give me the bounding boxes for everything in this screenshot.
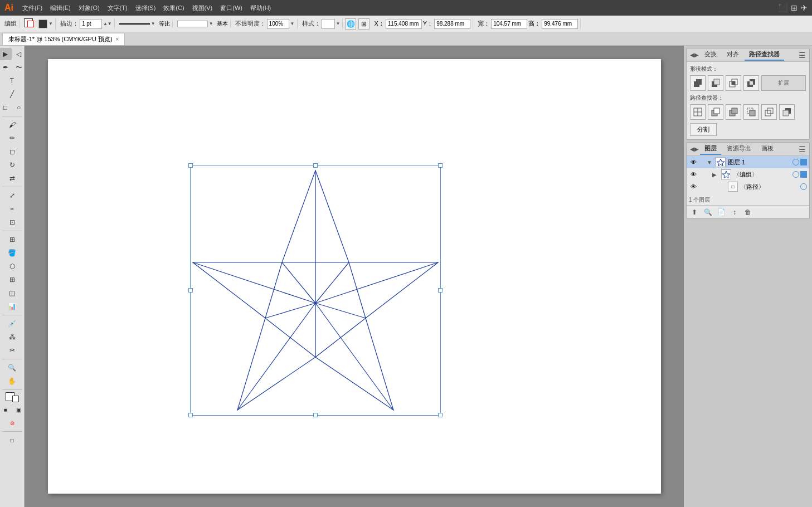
tab-close-button[interactable]: × <box>116 36 119 42</box>
document-tab[interactable]: 未标题-1* @ 153% (CMYK/GPU 预览) × <box>2 33 125 45</box>
dash-arrow[interactable]: ▼ <box>209 21 213 26</box>
pf-btn-outline[interactable] <box>761 104 777 120</box>
menu-select[interactable]: 选择(S) <box>132 3 159 13</box>
expand-button[interactable]: 扩展 <box>761 75 806 91</box>
canvas-area[interactable] <box>25 46 684 507</box>
eyedropper-tool[interactable]: 💉 <box>6 318 18 330</box>
menu-edit[interactable]: 编辑(E) <box>47 3 74 13</box>
layer-vis-2[interactable]: 👁 <box>689 182 698 191</box>
stroke-arrow[interactable]: ▲▼ <box>103 21 112 26</box>
live-paint-tool[interactable]: 🪣 <box>6 247 18 259</box>
menu-file[interactable]: 文件(F) <box>19 3 46 13</box>
divide-button[interactable]: 分割 <box>690 123 717 136</box>
layer-vis-1[interactable]: 👁 <box>689 170 698 179</box>
menu-view[interactable]: 视图(V) <box>189 3 216 13</box>
eraser-tool[interactable]: ◻ <box>6 145 18 158</box>
tab-layers[interactable]: 图层 <box>700 143 721 155</box>
pathfinder-panel-menu[interactable]: ☰ <box>799 51 806 60</box>
pf-btn-merge[interactable] <box>726 104 741 120</box>
shape-btn-exclude[interactable] <box>743 75 759 91</box>
menu-icon-3[interactable]: ✈ <box>801 3 808 12</box>
none-mode-btn[interactable]: ⊘ <box>6 417 18 429</box>
layers-move-btn[interactable]: ↕ <box>729 207 740 218</box>
pen-tool[interactable]: ✒ <box>0 61 12 74</box>
shape-builder-tool[interactable]: ⊞ <box>6 233 18 246</box>
tab-artboards[interactable]: 画板 <box>757 143 778 155</box>
rect-tool[interactable]: □ <box>0 101 12 114</box>
layer-expand-1[interactable]: ▶ <box>712 172 719 178</box>
warp-tool[interactable]: ≈ <box>6 203 18 215</box>
fill-swatch[interactable] <box>38 20 47 28</box>
layers-search-btn[interactable]: 🔍 <box>702 207 713 218</box>
pf-btn-minus-back[interactable] <box>779 104 795 120</box>
stroke-indicator[interactable] <box>12 396 19 402</box>
h-input[interactable] <box>542 19 578 29</box>
line-tool[interactable]: ╱ <box>6 88 18 100</box>
layers-panel-menu[interactable]: ☰ <box>799 145 806 154</box>
blend-tool[interactable]: ⁂ <box>6 331 18 343</box>
pf-btn-trim[interactable] <box>708 104 723 120</box>
menu-object[interactable]: 对象(O) <box>75 3 103 13</box>
selection-tool[interactable]: ▶ <box>0 48 12 60</box>
ellipse-tool[interactable]: ○ <box>13 101 25 114</box>
paintbrush-tool[interactable]: 🖌 <box>6 119 18 131</box>
y-input[interactable] <box>434 19 470 29</box>
hand-tool[interactable]: ✋ <box>6 375 18 387</box>
menu-icon-1[interactable]: ⬛ <box>778 3 787 12</box>
screen-mode-btn[interactable]: □ <box>6 434 18 446</box>
free-transform-tool[interactable]: ⊡ <box>6 216 18 228</box>
fill-stroke-indicator[interactable] <box>24 18 37 30</box>
world-icon[interactable]: 🌐 <box>345 18 356 30</box>
curvature-tool[interactable]: 〜 <box>13 61 25 74</box>
mesh-tool[interactable]: ⊞ <box>6 274 18 286</box>
tab-align[interactable]: 对齐 <box>722 49 743 61</box>
menu-icon-2[interactable]: ⊞ <box>791 3 798 12</box>
layers-delete-btn[interactable]: 🗑 <box>742 207 753 218</box>
layers-export-btn[interactable]: ⬆ <box>689 207 700 218</box>
perspective-tool[interactable]: ⬡ <box>6 260 18 272</box>
pathfinder-panel-collapse[interactable]: ◀▶ <box>690 52 699 58</box>
stroke-width-input[interactable] <box>80 19 102 29</box>
menu-help[interactable]: 帮助(H) <box>247 3 274 13</box>
slice-tool[interactable]: ✂ <box>6 344 18 357</box>
menu-effects[interactable]: 效果(C) <box>160 3 187 13</box>
tab-transform[interactable]: 变换 <box>700 49 721 61</box>
grid-icon[interactable]: ⊞ <box>358 18 369 30</box>
zoom-tool[interactable]: 🔍 <box>6 362 18 374</box>
scale-tool[interactable]: ⤢ <box>6 189 18 202</box>
pencil-tool[interactable]: ✏ <box>6 132 18 144</box>
tab-pathfinder[interactable]: 路径查找器 <box>745 49 784 61</box>
style-arrow[interactable]: ▼ <box>336 21 341 26</box>
pf-btn-divide[interactable] <box>690 104 706 120</box>
shape-btn-minus-front[interactable] <box>708 75 723 91</box>
menu-window[interactable]: 窗口(W) <box>217 3 246 13</box>
gradient-mode-btn[interactable]: ▣ <box>13 403 25 416</box>
gradient-tool[interactable]: ◫ <box>6 287 18 299</box>
layer-row-2[interactable]: 👁 □ 〈路径〉 <box>687 181 809 193</box>
color-mode-btn[interactable]: ■ <box>0 403 12 416</box>
opacity-input[interactable] <box>267 19 289 29</box>
shape-btn-intersect[interactable] <box>726 75 741 91</box>
layers-panel-collapse[interactable]: ◀▶ <box>690 146 699 152</box>
rotate-tool[interactable]: ↻ <box>6 159 18 171</box>
direct-select-tool[interactable]: ◁ <box>13 48 25 60</box>
chart-tool[interactable]: 📊 <box>6 300 18 313</box>
layer-row-0[interactable]: 👁 ▼ 图层 1 <box>687 156 809 168</box>
pf-btn-crop[interactable] <box>743 104 759 120</box>
fill-arrow[interactable]: ▼ <box>48 21 53 26</box>
opacity-arrow[interactable]: ▼ <box>290 21 295 26</box>
star-artwork[interactable] <box>190 165 441 416</box>
layer-row-1[interactable]: 👁 ▶ 〈编组〉 <box>687 168 809 181</box>
style-swatch[interactable] <box>322 19 335 29</box>
layer-vis-0[interactable]: 👁 <box>689 158 698 167</box>
w-input[interactable] <box>491 19 527 29</box>
type-tool[interactable]: T <box>6 75 18 87</box>
shape-btn-unite[interactable] <box>690 75 706 91</box>
layers-new-btn[interactable]: 📄 <box>716 207 727 218</box>
layer-expand-0[interactable]: ▼ <box>707 159 713 165</box>
menu-text[interactable]: 文字(T) <box>104 3 131 13</box>
stroke-style-arrow[interactable]: ▼ <box>151 21 155 26</box>
x-input[interactable] <box>386 19 422 29</box>
tab-assets[interactable]: 资源导出 <box>722 143 756 155</box>
reflect-tool[interactable]: ⇄ <box>6 172 18 184</box>
